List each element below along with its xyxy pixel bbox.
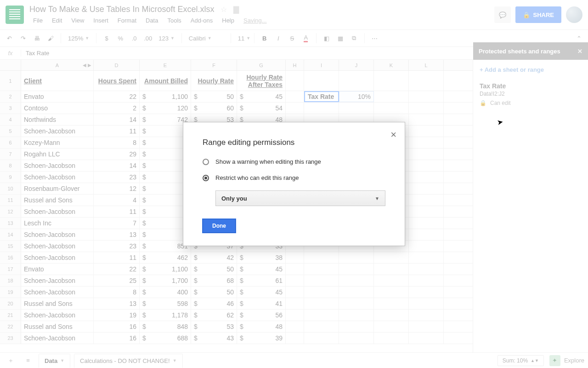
range-permissions-dialog: × Range editing permissions Show a warni…: [183, 122, 405, 246]
modal-backdrop: × Range editing permissions Show a warni…: [0, 0, 588, 368]
radio-checked-icon: [203, 175, 209, 181]
radio-unchecked-icon: [203, 159, 209, 165]
editor-picker[interactable]: Only you ▼: [215, 190, 385, 206]
close-dialog-button[interactable]: ×: [390, 129, 396, 141]
dialog-title: Range editing permissions: [203, 138, 385, 147]
option-restrict[interactable]: Restrict who can edit this range: [203, 174, 385, 181]
done-button[interactable]: Done: [203, 219, 236, 233]
option-warning[interactable]: Show a warning when editing this range: [203, 158, 385, 165]
caret-down-icon: ▼: [375, 196, 379, 201]
